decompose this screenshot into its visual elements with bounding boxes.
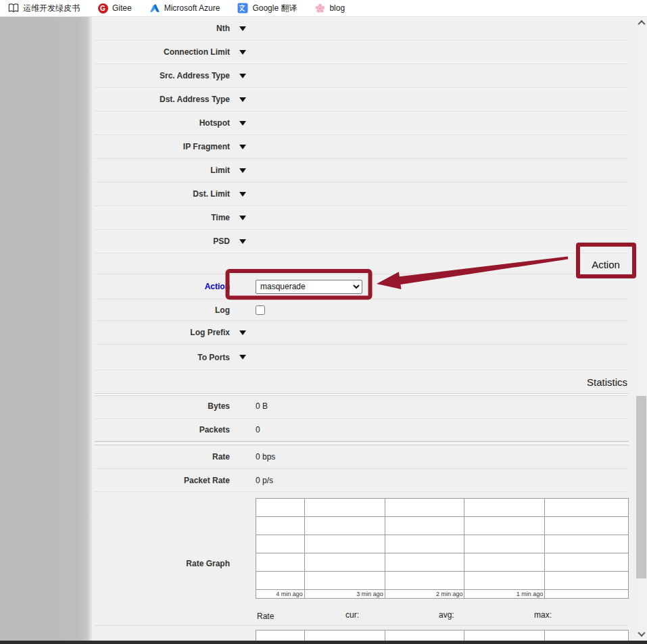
bookmark-item-greenbook[interactable]: 运维开发绿皮书: [8, 3, 80, 14]
bookmark-label: Google 翻译: [252, 3, 297, 14]
time-tick: 1 min ago: [464, 590, 545, 599]
bookmarks-bar: 运维开发绿皮书 G Gitee Microsoft Azure Google 翻…: [0, 0, 647, 17]
form-row-action: Action masquerade: [95, 274, 629, 299]
caret-down-icon: [239, 145, 246, 149]
bytes-value: 0 B: [256, 401, 268, 411]
caret-down-icon: [239, 97, 246, 102]
bookmark-item-google-translate[interactable]: Google 翻译: [237, 3, 297, 14]
bookmark-item-gitee[interactable]: G Gitee: [97, 3, 132, 14]
log-prefix-expand-caret[interactable]: [230, 330, 256, 335]
ip-fragment-expand-caret[interactable]: [230, 145, 256, 149]
time-tick: 3 min ago: [304, 590, 385, 599]
caret-down-icon: [239, 192, 246, 197]
log-checkbox[interactable]: [256, 305, 265, 315]
taskbar-edge: [0, 641, 647, 644]
action-select[interactable]: masquerade: [256, 280, 362, 294]
caret-down-icon: [239, 121, 246, 126]
graph-legend-max: max:: [534, 610, 552, 620]
connection-limit-label: Connection Limit: [95, 47, 230, 57]
chevron-down-icon: [638, 628, 645, 636]
dst-limit-expand-caret[interactable]: [230, 192, 256, 197]
caret-down-icon: [239, 74, 246, 78]
time-tick: 4 min ago: [256, 590, 305, 599]
book-icon: [8, 3, 19, 14]
stat-row-bytes: Bytes 0 B: [95, 394, 629, 419]
gitee-icon: G: [97, 3, 108, 14]
bytes-label: Bytes: [95, 401, 230, 411]
packet-rate-label: Packet Rate: [95, 476, 230, 485]
caret-down-icon: [239, 168, 246, 173]
form-row-nth: Nth: [95, 17, 629, 41]
flower-icon: [314, 3, 325, 14]
form-row-connection-limit: Connection Limit: [95, 41, 629, 64]
scroll-up-button[interactable]: [636, 17, 647, 28]
to-ports-expand-caret[interactable]: [230, 355, 256, 360]
to-ports-label: To Ports: [95, 353, 230, 362]
form-row-time: Time: [95, 206, 629, 230]
form-row-ip-fragment: IP Fragment: [95, 135, 629, 159]
firewall-rule-form: Nth Connection Limit Src. Address Type D…: [95, 17, 629, 641]
vertical-scrollbar[interactable]: [636, 17, 647, 641]
caret-down-icon: [239, 50, 246, 55]
rate-graph-table: 4 min ago 3 min ago 2 min ago 1 min ago: [256, 498, 629, 599]
caret-down-icon: [239, 26, 246, 31]
statistics-title: Statistics: [587, 376, 629, 388]
graph-legend-avg: avg:: [439, 610, 454, 620]
packets-value: 0: [256, 425, 260, 435]
azure-icon: [149, 3, 160, 14]
google-translate-icon: [237, 3, 248, 14]
action-label: Action: [95, 282, 230, 291]
caret-down-icon: [239, 239, 246, 244]
time-expand-caret[interactable]: [230, 216, 256, 220]
form-row-src-address-type: Src. Address Type: [95, 64, 629, 88]
form-row-psd: PSD: [95, 230, 629, 253]
log-prefix-label: Log Prefix: [95, 328, 230, 337]
stat-row-packet-rate: Packet Rate 0 p/s: [95, 469, 629, 492]
limit-label: Limit: [95, 166, 230, 175]
rate-value: 0 bps: [256, 452, 275, 462]
log-label: Log: [95, 305, 230, 315]
form-row-log: Log: [95, 299, 629, 321]
rate-graph-label: Rate Graph: [95, 559, 230, 568]
form-row-limit: Limit: [95, 159, 629, 182]
src-address-type-label: Src. Address Type: [95, 71, 230, 80]
form-row-dst-address-type: Dst. Address Type: [95, 88, 629, 112]
graph-grid-row: [256, 517, 629, 535]
dst-address-type-expand-caret[interactable]: [230, 97, 256, 102]
stat-row-packets: Packets 0: [95, 419, 629, 441]
bookmark-item-azure[interactable]: Microsoft Azure: [149, 3, 220, 14]
nth-expand-caret[interactable]: [230, 26, 256, 31]
graph-legend-cur: cur:: [345, 610, 359, 620]
time-label: Time: [95, 213, 230, 222]
graph-legend-series: Rate: [257, 612, 274, 621]
graph-grid-row: [256, 553, 629, 572]
ip-fragment-label: IP Fragment: [95, 142, 230, 151]
rate-label: Rate: [95, 452, 230, 462]
bookmark-label: 运维开发绿皮书: [23, 3, 80, 14]
hotspot-expand-caret[interactable]: [230, 121, 256, 126]
stat-row-rate: Rate 0 bps: [95, 445, 629, 469]
sidebar-panel: [0, 17, 92, 641]
caret-down-icon: [239, 216, 246, 220]
scrollbar-thumb[interactable]: [636, 396, 646, 578]
scroll-down-button[interactable]: [636, 628, 647, 639]
form-row-log-prefix: Log Prefix: [95, 321, 629, 345]
nth-label: Nth: [95, 24, 230, 33]
form-row-to-ports: To Ports: [95, 345, 629, 370]
caret-down-icon: [239, 355, 246, 360]
statistics-section-header: Statistics: [95, 370, 629, 394]
bookmark-label: Microsoft Azure: [164, 3, 220, 13]
src-address-type-expand-caret[interactable]: [230, 74, 256, 78]
limit-expand-caret[interactable]: [230, 168, 256, 173]
bookmark-item-blog[interactable]: blog: [314, 3, 345, 14]
form-row-dst-limit: Dst. Limit: [95, 182, 629, 206]
connection-limit-expand-caret[interactable]: [230, 50, 256, 55]
psd-expand-caret[interactable]: [230, 239, 256, 244]
packets-label: Packets: [95, 425, 230, 435]
dst-address-type-label: Dst. Address Type: [95, 95, 230, 104]
time-tick: 2 min ago: [385, 590, 464, 599]
caret-down-icon: [239, 330, 246, 335]
graph-time-axis-row: 4 min ago 3 min ago 2 min ago 1 min ago: [256, 590, 629, 599]
psd-label: PSD: [95, 237, 230, 246]
dst-limit-label: Dst. Limit: [95, 189, 230, 199]
